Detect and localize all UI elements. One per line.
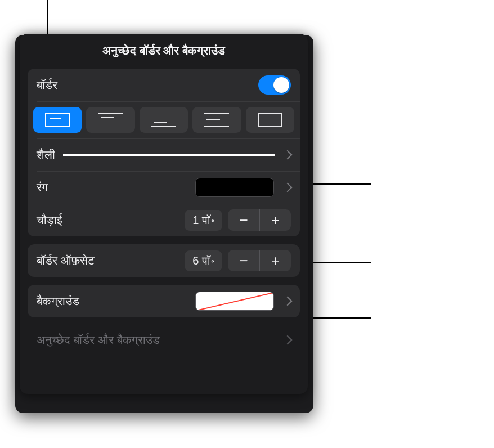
- border-pos-outline[interactable]: [246, 107, 294, 133]
- offset-stepper: − +: [228, 250, 291, 271]
- chevron-right-icon: [283, 297, 293, 306]
- color-swatch[interactable]: [195, 178, 274, 197]
- callout-line: [304, 317, 371, 319]
- border-pos-box[interactable]: [33, 107, 82, 133]
- background-row[interactable]: बैकग्राउंड: [28, 285, 300, 317]
- chevron-right-icon: [283, 335, 293, 345]
- background-section: बैकग्राउंड: [28, 285, 300, 317]
- top-border-icon: [98, 113, 123, 127]
- background-label: बैकग्राउंड: [37, 294, 79, 308]
- line-style-preview: [63, 154, 275, 156]
- underlying-label: अनुच्छेद बॉर्डर और बैकग्राउंड: [37, 333, 160, 347]
- border-offset-row: बॉर्डर ऑफ़सेट 6 पॉ॰ − +: [28, 244, 300, 277]
- border-toggle[interactable]: [258, 75, 291, 95]
- offset-value: 6 पॉ॰: [185, 250, 222, 271]
- border-width-row: चौड़ाई 1 पॉ॰ − +: [28, 204, 300, 236]
- width-decrease-button[interactable]: −: [228, 209, 259, 231]
- border-label: बॉर्डर: [37, 78, 57, 92]
- box-border-icon: [45, 113, 70, 127]
- top-bottom-border-icon: [204, 113, 229, 127]
- border-pos-top-bottom[interactable]: [192, 107, 241, 133]
- callout-line: [304, 183, 371, 185]
- width-increase-button[interactable]: +: [259, 209, 291, 231]
- background-none-swatch[interactable]: [195, 292, 274, 311]
- border-section: बॉर्डर शैली: [28, 69, 300, 236]
- offset-label: बॉर्डर ऑफ़सेट: [37, 254, 95, 267]
- outline-border-icon: [258, 113, 282, 127]
- width-stepper: − +: [228, 209, 291, 231]
- offset-decrease-button[interactable]: −: [228, 250, 259, 271]
- width-value: 1 पॉ॰: [185, 210, 222, 231]
- underlying-row[interactable]: अनुच्छेद बॉर्डर और बैकग्राउंड: [28, 325, 300, 355]
- style-label: शैली: [37, 148, 55, 162]
- panel-title: अनुच्छेद बॉर्डर और बैकग्राउंड: [20, 44, 308, 57]
- chevron-right-icon: [283, 150, 293, 160]
- border-position-segment: [28, 101, 300, 138]
- bottom-border-icon: [151, 113, 176, 127]
- border-pos-bottom[interactable]: [140, 107, 188, 133]
- border-offset-section: बॉर्डर ऑफ़सेट 6 पॉ॰ − +: [28, 244, 300, 277]
- callout-line: [304, 262, 371, 263]
- border-color-row[interactable]: रंग: [28, 171, 300, 204]
- border-toggle-row: बॉर्डर: [28, 69, 300, 101]
- settings-panel: अनुच्छेद बॉर्डर और बैकग्राउंड बॉर्डर: [20, 34, 308, 394]
- border-pos-top[interactable]: [86, 107, 134, 133]
- offset-increase-button[interactable]: +: [259, 250, 291, 271]
- chevron-right-icon: [283, 183, 293, 192]
- color-label: रंग: [37, 181, 48, 194]
- border-style-row[interactable]: शैली: [28, 138, 300, 171]
- width-label: चौड़ाई: [37, 213, 62, 227]
